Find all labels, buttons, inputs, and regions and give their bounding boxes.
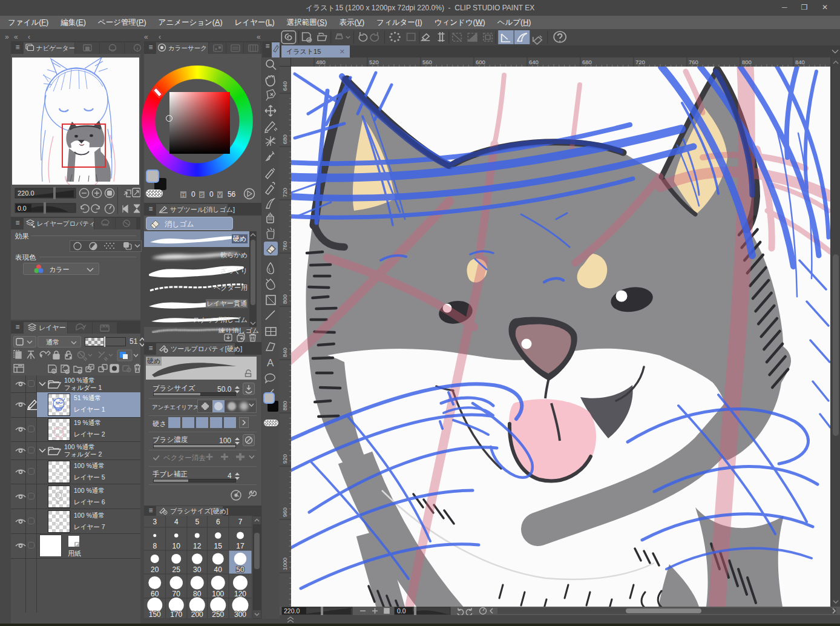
svg-text:A: A <box>267 357 274 369</box>
svg-text:800: 800 <box>281 294 288 304</box>
svg-text:960: 960 <box>281 507 288 517</box>
svg-text:300: 300 <box>234 610 246 619</box>
svg-text:170: 170 <box>170 610 182 619</box>
svg-text:220.0: 220.0 <box>18 189 34 197</box>
svg-text:760: 760 <box>689 59 698 65</box>
svg-text:150: 150 <box>149 610 161 619</box>
svg-text:680: 680 <box>281 134 288 144</box>
svg-text:720: 720 <box>635 59 645 65</box>
svg-text:20: 20 <box>151 565 159 574</box>
svg-text:0.0: 0.0 <box>18 205 27 212</box>
svg-text:12: 12 <box>193 542 202 550</box>
svg-text:250: 250 <box>212 610 224 619</box>
svg-text:15: 15 <box>214 542 223 550</box>
svg-text:1000: 1000 <box>281 558 288 570</box>
svg-text:120: 120 <box>234 590 246 598</box>
svg-text:0.0: 0.0 <box>397 607 406 614</box>
svg-text:840: 840 <box>795 59 805 65</box>
svg-text:680: 680 <box>582 59 592 65</box>
svg-text:920: 920 <box>281 454 288 464</box>
svg-text:8: 8 <box>153 542 157 550</box>
svg-text:100: 100 <box>212 590 224 598</box>
svg-text:6: 6 <box>216 518 220 526</box>
svg-text:520: 520 <box>369 59 379 65</box>
svg-text:7: 7 <box>238 518 243 526</box>
svg-text:80: 80 <box>193 590 202 598</box>
svg-text:220.0: 220.0 <box>284 607 300 614</box>
svg-text:880: 880 <box>281 401 288 410</box>
svg-text:30: 30 <box>193 565 202 574</box>
svg-text:640: 640 <box>281 81 288 91</box>
svg-text:60: 60 <box>151 590 159 598</box>
svg-text:760: 760 <box>281 241 288 251</box>
svg-text:800: 800 <box>742 59 752 65</box>
svg-text:5: 5 <box>195 518 199 526</box>
svg-text:17: 17 <box>236 542 244 550</box>
svg-text:3: 3 <box>153 518 157 526</box>
svg-text:70: 70 <box>172 590 181 598</box>
svg-text:640: 640 <box>529 59 539 65</box>
svg-text:840: 840 <box>281 348 288 357</box>
svg-text:50: 50 <box>236 565 244 574</box>
svg-text:560: 560 <box>422 59 432 65</box>
svg-text:4: 4 <box>174 518 179 526</box>
svg-text:200: 200 <box>191 610 203 619</box>
svg-text:600: 600 <box>476 59 485 65</box>
svg-text:480: 480 <box>316 59 326 65</box>
svg-text:25: 25 <box>172 565 181 574</box>
svg-text:720: 720 <box>281 188 288 197</box>
svg-text:40: 40 <box>214 565 223 574</box>
svg-text:10: 10 <box>172 542 181 550</box>
